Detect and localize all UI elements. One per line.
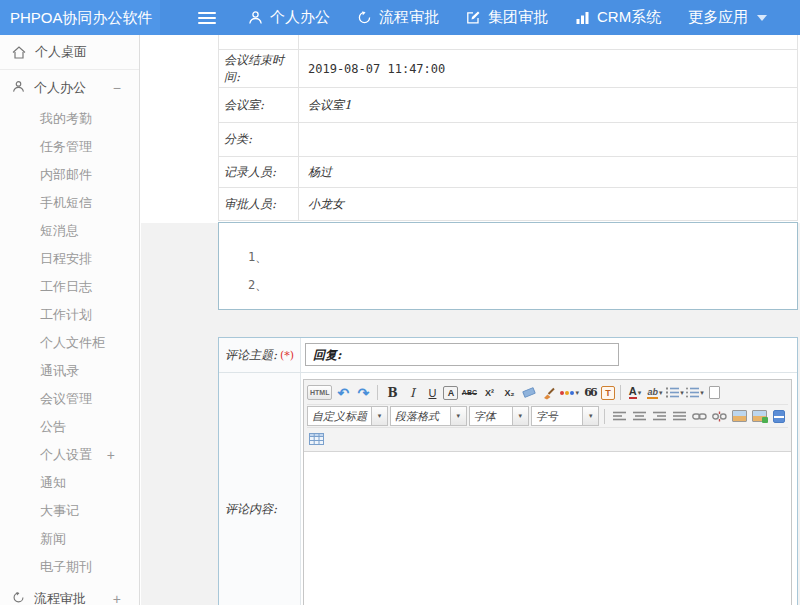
toolbar-row-1: HTML ↶ ↷ B I U A ABC X² X₂ — [307, 381, 788, 404]
undo-icon[interactable]: ↶ — [334, 384, 352, 402]
sidebar-item-work-plan[interactable]: 工作计划 — [0, 301, 139, 329]
required-mark: (*) — [280, 349, 294, 362]
expand-icon[interactable]: + — [113, 591, 121, 605]
ordered-list-icon[interactable]: ▾ — [666, 384, 684, 402]
sidebar-item-label: 我的考勤 — [40, 111, 92, 126]
chevron-down-icon: ▾ — [371, 407, 387, 425]
paste-text-icon[interactable]: T — [601, 386, 615, 400]
toolbar-row-2: 自定义标题▾ 段落格式▾ 字体▾ 字号▾ — [307, 404, 788, 427]
sidebar-item-label: 通知 — [40, 475, 66, 490]
paragraph-format-dropdown[interactable]: 段落格式▾ — [390, 406, 467, 426]
expand-icon[interactable]: + — [107, 441, 115, 469]
sidebar-item-label: 日程安排 — [40, 251, 92, 266]
nav-label: 流程审批 — [379, 8, 439, 27]
nav-personal-office[interactable]: 个人办公 — [248, 8, 330, 27]
autoformat-icon[interactable]: A — [443, 386, 458, 400]
bold-icon[interactable]: B — [383, 384, 401, 402]
table-row-meeting-room: 会议室: 会议室1 — [219, 88, 797, 123]
sidebar-item-label: 电子期刊 — [40, 559, 92, 574]
sidebar-item-label: 个人桌面 — [35, 43, 87, 61]
sidebar-item-short-message[interactable]: 短消息 — [0, 217, 139, 245]
app-logo: PHPOA协同办公软件 — [0, 0, 160, 35]
chevron-down-icon: ▾ — [582, 407, 598, 425]
nav-label: 集团审批 — [488, 8, 548, 27]
sidebar-item-news[interactable]: 新闻 — [0, 525, 139, 553]
history-icon — [12, 591, 25, 605]
comment-form-table: 评论主题: (*) 回复: 评论内容: HTML — [218, 337, 798, 605]
top-nav: 个人办公 流程审批 集团审批 CRM系统 更多应用 — [248, 8, 767, 27]
sidebar-item-meeting-management[interactable]: 会议管理 — [0, 385, 139, 413]
subscript-icon[interactable]: X₂ — [500, 384, 518, 402]
blockquote-icon[interactable]: 66 — [581, 384, 599, 402]
sidebar-item-memorabilia[interactable]: 大事记 — [0, 497, 139, 525]
heading-style-dropdown[interactable]: 自定义标题▾ — [307, 406, 388, 426]
link-icon[interactable] — [690, 407, 708, 425]
sidebar-item-label: 通讯录 — [40, 363, 79, 378]
strikethrough-icon[interactable]: ABC — [460, 384, 478, 402]
sidebar-item-personal-settings[interactable]: 个人设置 + — [0, 441, 139, 469]
field-label: 记录人员: — [219, 157, 299, 187]
field-label: 会议室: — [219, 88, 299, 122]
sidebar-item-schedule[interactable]: 日程安排 — [0, 245, 139, 273]
sidebar-item-file-cabinet[interactable]: 个人文件柜 — [0, 329, 139, 357]
collapse-icon[interactable]: − — [113, 80, 121, 96]
image-icon[interactable] — [730, 407, 748, 425]
align-center-icon[interactable] — [630, 407, 648, 425]
align-right-icon[interactable] — [650, 407, 668, 425]
font-color-icon[interactable]: A▾ — [626, 384, 644, 402]
note-line: 1、 — [248, 249, 797, 266]
font-size-dropdown[interactable]: 字号▾ — [531, 406, 599, 426]
editor-content-area[interactable] — [304, 452, 791, 605]
history-icon — [357, 10, 372, 25]
eraser-icon[interactable] — [520, 384, 538, 402]
sidebar-item-internal-mail[interactable]: 内部邮件 — [0, 161, 139, 189]
new-page-icon[interactable] — [706, 384, 724, 402]
nav-workflow-approval[interactable]: 流程审批 — [357, 8, 439, 27]
meeting-info-table: 会议结束时间: 2019-08-07 11:47:00 会议室: 会议室1 分类… — [218, 35, 798, 221]
comment-content-label: 评论内容: — [219, 373, 301, 605]
table-row-recorder: 记录人员: 杨过 — [219, 157, 797, 188]
nav-more-apps[interactable]: 更多应用 — [688, 8, 767, 27]
unlink-icon[interactable] — [710, 407, 728, 425]
sidebar-section-personal-office[interactable]: 个人办公 − — [0, 70, 139, 105]
nav-crm-system[interactable]: CRM系统 — [575, 8, 661, 27]
sidebar-item-label: 手机短信 — [40, 195, 92, 210]
sidebar-item-notice[interactable]: 通知 — [0, 469, 139, 497]
comment-subject-cell: 回复: — [301, 338, 797, 372]
justify-icon[interactable] — [670, 407, 688, 425]
sidebar-item-sms[interactable]: 手机短信 — [0, 189, 139, 217]
media-icon[interactable] — [770, 407, 788, 425]
align-left-icon[interactable] — [610, 407, 628, 425]
table-row-partial — [219, 35, 797, 50]
color-splash-icon[interactable]: ▾ — [560, 384, 579, 402]
sidebar-section-workflow[interactable]: 流程审批 + — [0, 581, 139, 605]
hamburger-menu-icon[interactable] — [198, 12, 216, 24]
sidebar-item-attendance[interactable]: 我的考勤 — [0, 105, 139, 133]
nav-group-approval[interactable]: 集团审批 — [466, 8, 548, 27]
sidebar-item-label: 会议管理 — [40, 391, 92, 406]
sidebar-item-contacts[interactable]: 通讯录 — [0, 357, 139, 385]
field-label: 会议结束时间: — [219, 50, 299, 87]
font-family-dropdown[interactable]: 字体▾ — [469, 406, 529, 426]
superscript-icon[interactable]: X² — [480, 384, 498, 402]
insert-image-icon[interactable] — [750, 407, 768, 425]
redo-icon[interactable]: ↷ — [354, 384, 372, 402]
format-brush-icon[interactable] — [540, 384, 558, 402]
highlight-color-icon[interactable]: ab▾ — [646, 384, 664, 402]
sidebar-item-label: 内部邮件 — [40, 167, 92, 182]
sidebar-item-tasks[interactable]: 任务管理 — [0, 133, 139, 161]
field-value: 小龙女 — [299, 188, 797, 220]
html-source-button[interactable]: HTML — [307, 385, 332, 400]
sidebar-item-e-journal[interactable]: 电子期刊 — [0, 553, 139, 581]
field-value — [299, 123, 797, 156]
sidebar-item-announcement[interactable]: 公告 — [0, 413, 139, 441]
underline-icon[interactable]: U — [423, 384, 441, 402]
italic-icon[interactable]: I — [403, 384, 421, 402]
table-icon[interactable] — [307, 430, 325, 448]
top-header: PHPOA协同办公软件 个人办公 流程审批 集团审批 — [0, 0, 800, 35]
chevron-down-icon: ▾ — [512, 407, 528, 425]
comment-subject-input[interactable]: 回复: — [305, 343, 619, 366]
sidebar-item-desktop[interactable]: 个人桌面 — [0, 35, 139, 70]
sidebar-item-work-log[interactable]: 工作日志 — [0, 273, 139, 301]
unordered-list-icon[interactable]: ▾ — [686, 384, 704, 402]
